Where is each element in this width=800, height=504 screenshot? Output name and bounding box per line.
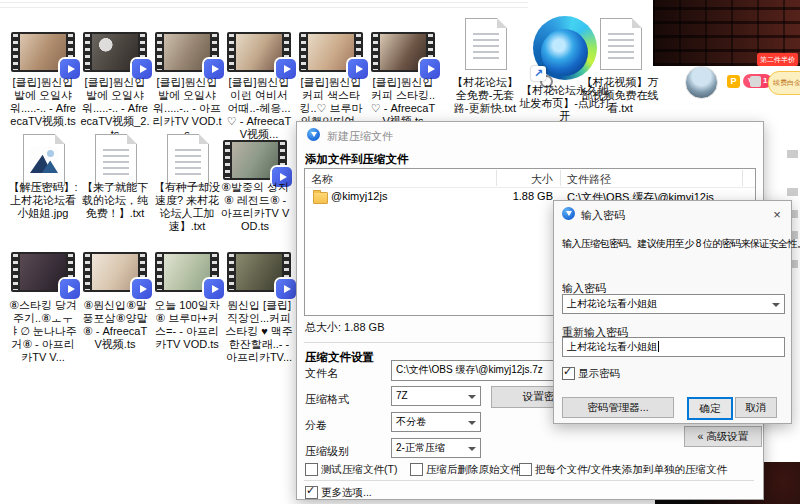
video-file-icon — [227, 32, 291, 72]
password-dialog: 输入密码 × 输入压缩包密码。建议使用至少 8 位的密码来保证安全性。 输入密码… — [553, 200, 792, 424]
column-divider[interactable] — [496, 170, 497, 186]
image-art — [30, 147, 58, 173]
separate-archive-checkbox[interactable] — [519, 463, 532, 476]
text-file-icon — [600, 18, 642, 70]
dialog-title: 输入密码 — [581, 208, 625, 223]
column-divider[interactable] — [560, 170, 561, 186]
archive-app-icon — [307, 128, 320, 141]
video-file-icon — [223, 140, 287, 180]
separate-archive-label: 把每个文件/文件夹添加到单独的压缩文件 — [535, 463, 727, 477]
filmstrip-holes — [373, 34, 378, 70]
filename-label: 文件名 — [305, 366, 338, 381]
icon-label: 【解压密码】: 上村花论坛看小姐姐.jpg — [8, 181, 78, 220]
text-file-icon — [95, 134, 137, 186]
new-archive-titlebar[interactable]: 新建压缩文件 — [297, 122, 763, 147]
delete-after-label: 压缩后删除原始文件 — [426, 463, 521, 477]
confirm-password-input[interactable]: 上村花论坛看小姐姐 — [562, 337, 785, 357]
desktop-root: { "desktop": { "rows": [ [ {"kind":"vide… — [0, 0, 800, 504]
column-name[interactable]: 名称 — [311, 172, 333, 187]
chevron-down-icon — [468, 421, 476, 425]
volume-select[interactable]: 不分卷 — [391, 412, 481, 432]
shortcut-arrow-icon: ↗ — [531, 66, 546, 81]
volume-label: 分卷 — [305, 418, 327, 433]
password-input[interactable]: 上村花论坛看小姐姐 — [562, 294, 785, 314]
video-file-icon — [371, 32, 435, 72]
play-badge-icon — [60, 279, 80, 299]
dialog-title: 新建压缩文件 — [327, 129, 393, 144]
close-icon[interactable]: × — [769, 207, 785, 222]
chevron-down-icon — [772, 303, 780, 307]
volume-value: 不分卷 — [396, 416, 426, 427]
video-file-icon — [11, 252, 75, 292]
filmstrip-holes — [13, 34, 18, 70]
text-file-icon — [167, 134, 209, 186]
sun-shape — [47, 150, 54, 157]
filmstrip-holes — [13, 254, 18, 290]
password-titlebar[interactable]: 输入密码 × — [554, 201, 791, 226]
test-archive-label: 测试压缩文件(T) — [321, 463, 397, 477]
icon-label: ⑧뭔신입⑧말풍포삼⑧양말⑧ - AfreecaTV视频.ts — [80, 299, 150, 351]
text-lines — [103, 149, 129, 177]
play-badge-icon — [204, 279, 224, 299]
video-file-icon — [83, 32, 147, 72]
icon-label: ⑧스타킹 당겨주기..⑧ㅗㅜㅑ∅ 눈나나주거⑧ - 아프리카TV V... — [8, 299, 78, 364]
chevron-down-icon — [468, 395, 476, 399]
file-name: @kimyj12js — [331, 190, 387, 202]
more-options-checkbox[interactable] — [305, 486, 318, 499]
list-header[interactable]: 名称 大小 文件路径 — [305, 169, 755, 188]
total-size-label: 总大小: 1.88 GB — [305, 320, 384, 335]
column-divider[interactable] — [742, 170, 743, 186]
filmstrip-holes — [229, 254, 234, 290]
cancel-button[interactable]: 取消 — [735, 397, 777, 418]
file-size: 1.88 GB — [485, 190, 553, 202]
level-select[interactable]: 2-正常压缩 — [391, 438, 481, 458]
filmstrip-holes — [225, 142, 230, 178]
more-options-label: 更多选项... — [321, 486, 372, 500]
format-label: 压缩格式 — [305, 392, 349, 407]
icon-label: 【有种子却没速度? 来村花论坛人工加速】.txt — [152, 181, 222, 233]
ok-button[interactable]: 确定 — [687, 397, 733, 420]
icon-label: [클립]뭔신입 이런 여비서 어때..-헤응...♡ - AfreecaTV视频… — [224, 76, 294, 141]
password-value: 上村花论坛看小姐姐 — [567, 298, 657, 309]
text-caret — [658, 341, 659, 352]
play-badge-icon — [132, 279, 152, 299]
show-password-label: 显示密码 — [578, 367, 620, 381]
text-lines — [608, 33, 634, 61]
video-file-icon — [227, 252, 291, 292]
video-file-icon — [155, 32, 219, 72]
filmstrip-holes — [157, 34, 162, 70]
video-file-icon — [11, 32, 75, 72]
level-label: 压缩级别 — [305, 444, 349, 459]
icon-label: 【来了就能下载的论坛，纯免费！】.txt — [80, 181, 150, 220]
video-file-icon — [155, 252, 219, 292]
password-hint-text: 输入压缩包密码。建议使用至少 8 位的密码来保证安全性。 — [562, 237, 800, 251]
icon-label: [클립]뭔신입 발에 오일샤워.....-.. - AfreecaTV视频.ts — [8, 76, 78, 128]
text-lines — [473, 33, 499, 61]
image-file-icon — [23, 134, 65, 186]
password-manager-button[interactable]: 密码管理器... — [562, 397, 674, 418]
delete-after-checkbox[interactable] — [410, 463, 423, 476]
filmstrip-holes — [157, 254, 162, 290]
advanced-settings-button[interactable]: « 高级设置 — [684, 426, 762, 447]
password-dialog-icon — [562, 207, 575, 220]
icon-label: 【村花论坛】全免费-无套路-更新快.txt — [449, 76, 521, 115]
column-path[interactable]: 文件路径 — [567, 172, 611, 187]
text-lines — [175, 149, 201, 177]
icon-label: 뭔신입 [클립] 직장인...커피스타킹 ♥ 맥주한잔할래..- - 아프리카T… — [224, 299, 294, 364]
chevron-down-icon — [468, 447, 476, 451]
filmstrip-holes — [85, 254, 90, 290]
play-badge-icon — [276, 279, 296, 299]
section-add-files: 添加文件到压缩文件 — [305, 152, 409, 167]
icon-label: [클립]뭔신입 발에 오일샤워.....-.. - 아프리카TV VOD.ts — [152, 76, 222, 141]
confirm-password-value: 上村花论坛看小姐姐 — [567, 341, 657, 352]
column-size[interactable]: 大小 — [500, 172, 553, 187]
icon-label: [클립]뭔신입 발에 오일샤워.....-.. - AfreecaTV视频_2.… — [80, 76, 150, 141]
icon-label: ⑧발중의 성지⑧ 레전드⑧ - 아프리카TV VOD.ts — [220, 181, 290, 233]
format-select[interactable]: 7Z — [391, 386, 481, 406]
show-password-checkbox[interactable] — [562, 367, 575, 380]
folder-icon — [313, 192, 328, 204]
text-file-icon — [465, 18, 507, 70]
video-file-icon — [299, 32, 363, 72]
divider — [304, 480, 754, 481]
test-archive-checkbox[interactable] — [305, 463, 318, 476]
